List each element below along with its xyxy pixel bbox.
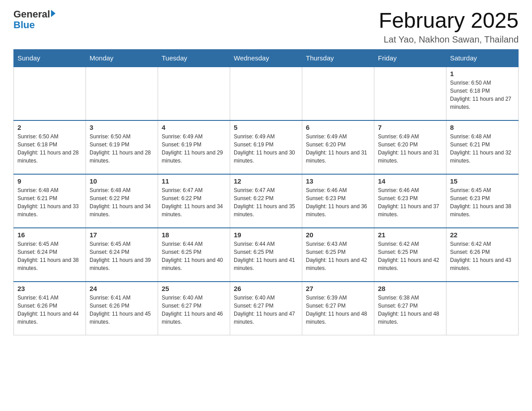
calendar-cell — [302, 67, 374, 120]
calendar-cell: 12Sunrise: 6:47 AM Sunset: 6:22 PM Dayli… — [230, 174, 302, 228]
day-number: 28 — [378, 285, 442, 292]
calendar-cell: 1Sunrise: 6:50 AM Sunset: 6:18 PM Daylig… — [446, 67, 519, 120]
calendar-title: February 2025 — [379, 9, 519, 33]
day-number: 22 — [450, 231, 515, 239]
calendar-subtitle: Lat Yao, Nakhon Sawan, Thailand — [379, 34, 519, 45]
calendar-cell: 17Sunrise: 6:45 AM Sunset: 6:24 PM Dayli… — [86, 228, 158, 282]
calendar-cell: 15Sunrise: 6:45 AM Sunset: 6:23 PM Dayli… — [446, 174, 519, 228]
logo-blue-text: Blue — [13, 20, 56, 30]
day-info: Sunrise: 6:45 AM Sunset: 6:23 PM Dayligh… — [450, 186, 515, 218]
calendar-cell: 26Sunrise: 6:40 AM Sunset: 6:27 PM Dayli… — [230, 282, 302, 335]
day-info: Sunrise: 6:50 AM Sunset: 6:18 PM Dayligh… — [17, 133, 82, 165]
column-header-sunday: Sunday — [14, 49, 86, 67]
day-info: Sunrise: 6:47 AM Sunset: 6:22 PM Dayligh… — [234, 186, 298, 218]
calendar-cell — [446, 282, 519, 335]
day-number: 1 — [450, 70, 515, 77]
day-info: Sunrise: 6:42 AM Sunset: 6:26 PM Dayligh… — [450, 240, 515, 272]
day-number: 12 — [234, 177, 298, 185]
week-row-4: 16Sunrise: 6:45 AM Sunset: 6:24 PM Dayli… — [14, 228, 519, 282]
title-block: February 2025 Lat Yao, Nakhon Sawan, Tha… — [379, 9, 519, 45]
day-number: 3 — [90, 124, 154, 131]
day-number: 13 — [306, 177, 370, 185]
calendar-cell: 18Sunrise: 6:44 AM Sunset: 6:25 PM Dayli… — [158, 228, 230, 282]
day-info: Sunrise: 6:50 AM Sunset: 6:19 PM Dayligh… — [90, 133, 154, 165]
calendar-cell: 10Sunrise: 6:48 AM Sunset: 6:22 PM Dayli… — [86, 174, 158, 228]
day-info: Sunrise: 6:41 AM Sunset: 6:26 PM Dayligh… — [90, 294, 154, 326]
calendar-cell: 13Sunrise: 6:46 AM Sunset: 6:23 PM Dayli… — [302, 174, 374, 228]
calendar-cell: 7Sunrise: 6:49 AM Sunset: 6:20 PM Daylig… — [374, 120, 446, 174]
day-number: 16 — [17, 231, 82, 239]
day-number: 11 — [162, 177, 226, 185]
calendar-cell — [158, 67, 230, 120]
calendar-cell: 8Sunrise: 6:48 AM Sunset: 6:21 PM Daylig… — [446, 120, 519, 174]
day-number: 8 — [450, 124, 515, 131]
day-number: 10 — [90, 177, 154, 185]
day-number: 15 — [450, 177, 515, 185]
day-number: 14 — [378, 177, 442, 185]
calendar-table: SundayMondayTuesdayWednesdayThursdayFrid… — [13, 49, 519, 336]
calendar-header-row: SundayMondayTuesdayWednesdayThursdayFrid… — [14, 49, 519, 67]
day-info: Sunrise: 6:49 AM Sunset: 6:20 PM Dayligh… — [306, 133, 370, 165]
day-number: 26 — [234, 285, 298, 292]
calendar-cell — [230, 67, 302, 120]
day-info: Sunrise: 6:49 AM Sunset: 6:19 PM Dayligh… — [234, 133, 298, 165]
day-info: Sunrise: 6:46 AM Sunset: 6:23 PM Dayligh… — [306, 186, 370, 218]
column-header-saturday: Saturday — [446, 49, 519, 67]
calendar-cell — [374, 67, 446, 120]
day-info: Sunrise: 6:39 AM Sunset: 6:27 PM Dayligh… — [306, 294, 370, 326]
calendar-cell: 16Sunrise: 6:45 AM Sunset: 6:24 PM Dayli… — [14, 228, 86, 282]
day-info: Sunrise: 6:44 AM Sunset: 6:25 PM Dayligh… — [162, 240, 226, 272]
logo-general-text: General — [13, 9, 50, 20]
day-number: 5 — [234, 124, 298, 131]
day-info: Sunrise: 6:45 AM Sunset: 6:24 PM Dayligh… — [17, 240, 82, 272]
column-header-tuesday: Tuesday — [158, 49, 230, 67]
day-info: Sunrise: 6:40 AM Sunset: 6:27 PM Dayligh… — [234, 294, 298, 326]
day-number: 6 — [306, 124, 370, 131]
calendar-cell: 19Sunrise: 6:44 AM Sunset: 6:25 PM Dayli… — [230, 228, 302, 282]
calendar-cell: 27Sunrise: 6:39 AM Sunset: 6:27 PM Dayli… — [302, 282, 374, 335]
week-row-3: 9Sunrise: 6:48 AM Sunset: 6:21 PM Daylig… — [14, 174, 519, 228]
week-row-1: 1Sunrise: 6:50 AM Sunset: 6:18 PM Daylig… — [14, 67, 519, 120]
calendar-cell: 21Sunrise: 6:42 AM Sunset: 6:25 PM Dayli… — [374, 228, 446, 282]
day-number: 25 — [162, 285, 226, 292]
day-number: 23 — [17, 285, 82, 292]
day-info: Sunrise: 6:48 AM Sunset: 6:21 PM Dayligh… — [17, 186, 82, 218]
day-number: 27 — [306, 285, 370, 292]
day-info: Sunrise: 6:43 AM Sunset: 6:25 PM Dayligh… — [306, 240, 370, 272]
column-header-thursday: Thursday — [302, 49, 374, 67]
calendar-cell: 5Sunrise: 6:49 AM Sunset: 6:19 PM Daylig… — [230, 120, 302, 174]
day-number: 17 — [90, 231, 154, 239]
day-info: Sunrise: 6:44 AM Sunset: 6:25 PM Dayligh… — [234, 240, 298, 272]
day-number: 20 — [306, 231, 370, 239]
calendar-cell: 3Sunrise: 6:50 AM Sunset: 6:19 PM Daylig… — [86, 120, 158, 174]
day-info: Sunrise: 6:49 AM Sunset: 6:19 PM Dayligh… — [162, 133, 226, 165]
day-info: Sunrise: 6:40 AM Sunset: 6:27 PM Dayligh… — [162, 294, 226, 326]
calendar-cell: 24Sunrise: 6:41 AM Sunset: 6:26 PM Dayli… — [86, 282, 158, 335]
logo[interactable]: General Blue — [13, 9, 56, 30]
logo-arrow-icon — [51, 10, 56, 17]
calendar-cell — [14, 67, 86, 120]
calendar-cell: 4Sunrise: 6:49 AM Sunset: 6:19 PM Daylig… — [158, 120, 230, 174]
day-info: Sunrise: 6:45 AM Sunset: 6:24 PM Dayligh… — [90, 240, 154, 272]
calendar-cell: 6Sunrise: 6:49 AM Sunset: 6:20 PM Daylig… — [302, 120, 374, 174]
calendar-cell: 20Sunrise: 6:43 AM Sunset: 6:25 PM Dayli… — [302, 228, 374, 282]
column-header-monday: Monday — [86, 49, 158, 67]
calendar-cell: 25Sunrise: 6:40 AM Sunset: 6:27 PM Dayli… — [158, 282, 230, 335]
day-number: 4 — [162, 124, 226, 131]
calendar-cell: 2Sunrise: 6:50 AM Sunset: 6:18 PM Daylig… — [14, 120, 86, 174]
day-info: Sunrise: 6:48 AM Sunset: 6:22 PM Dayligh… — [90, 186, 154, 218]
week-row-2: 2Sunrise: 6:50 AM Sunset: 6:18 PM Daylig… — [14, 120, 519, 174]
day-info: Sunrise: 6:50 AM Sunset: 6:18 PM Dayligh… — [450, 79, 515, 111]
calendar-cell: 22Sunrise: 6:42 AM Sunset: 6:26 PM Dayli… — [446, 228, 519, 282]
day-number: 9 — [17, 177, 82, 185]
day-info: Sunrise: 6:47 AM Sunset: 6:22 PM Dayligh… — [162, 186, 226, 218]
day-info: Sunrise: 6:41 AM Sunset: 6:26 PM Dayligh… — [17, 294, 82, 326]
column-header-wednesday: Wednesday — [230, 49, 302, 67]
day-info: Sunrise: 6:38 AM Sunset: 6:27 PM Dayligh… — [378, 294, 442, 326]
column-header-friday: Friday — [374, 49, 446, 67]
day-info: Sunrise: 6:46 AM Sunset: 6:23 PM Dayligh… — [378, 186, 442, 218]
calendar-cell: 9Sunrise: 6:48 AM Sunset: 6:21 PM Daylig… — [14, 174, 86, 228]
day-info: Sunrise: 6:48 AM Sunset: 6:21 PM Dayligh… — [450, 133, 515, 165]
calendar-cell: 23Sunrise: 6:41 AM Sunset: 6:26 PM Dayli… — [14, 282, 86, 335]
calendar-cell: 28Sunrise: 6:38 AM Sunset: 6:27 PM Dayli… — [374, 282, 446, 335]
